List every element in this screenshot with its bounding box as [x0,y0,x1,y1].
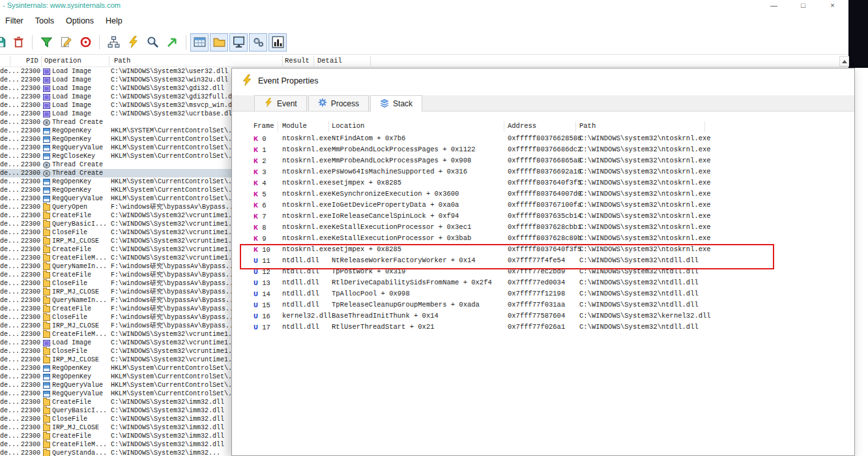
close-button[interactable]: × [818,0,847,12]
file-icon [43,408,50,414]
column-header-result[interactable]: Result [285,57,310,65]
registry-icon [43,391,50,397]
frame-cell: K 10 [253,245,270,254]
frame-number: 7 [258,213,267,220]
include-process-icon[interactable] [76,33,95,52]
event-list-header: PIDOperationPathResultDetail [0,55,848,67]
frame-mode-letter: U [253,301,258,309]
frame-mode-letter: K [253,145,258,154]
path-cell: C:\WINDOWS\System32\kernel32.dll [579,312,711,320]
stack-frame-row[interactable]: K 10ntoskrnl.exesetjmpex + 0x82850xfffff… [232,245,854,256]
load-image-icon [43,340,50,346]
highlight-icon[interactable] [56,33,76,52]
module-cell: ntoskrnl.exe [282,134,332,142]
stack-frame-row[interactable]: U 14ntdll.dllTpAllocPool + 0x9980x7fff77… [232,290,854,301]
frame-number: 16 [258,312,270,320]
stack-frame-row[interactable]: K 9ntoskrnl.exeKeStallExecutionProcessor… [232,234,854,245]
menu-item-tools[interactable]: Tools [29,16,60,25]
location-cell: KeSynchronizeExecution + 0x3600 [332,190,459,198]
address-cell: 0xfffff803764007d0 [508,190,581,198]
operation-label: Thread Create [52,169,103,177]
show-process-icon[interactable] [249,33,267,52]
stack-column-header-path[interactable]: Path [579,122,596,130]
file-icon [43,264,50,270]
frame-cell: U 12 [253,267,270,276]
pid-cell: 22300 [13,220,40,228]
menubar: FilterToolsOptionsHelp [0,12,848,30]
jump-icon[interactable] [162,33,182,52]
stack-frame-row[interactable]: K 5ntoskrnl.exeKeSynchronizeExecution + … [232,190,854,201]
stack-frame-row[interactable]: K 8ntoskrnl.exeKeStallExecutionProcessor… [232,223,854,234]
column-header-operation[interactable]: Operation [44,57,81,65]
stack-column-header-location[interactable]: Location [332,122,364,130]
tab-stack[interactable]: Stack [370,95,422,112]
tab-event[interactable]: Event [254,95,307,111]
pid-cell: 22300 [13,389,40,398]
operation-label: RegQueryValue [52,389,103,398]
stack-column-header-address[interactable]: Address [508,122,536,130]
save-icon[interactable] [0,33,8,52]
location-cell: RtlDeriveCapabilitySidsFromName + 0x2f4 [332,279,492,286]
stack-frame-row[interactable]: U 17ntdll.dllRtlUserThreadStart + 0x210x… [232,323,854,334]
show-profiling-icon[interactable] [268,33,287,52]
stack-frame-row[interactable]: U 16kernel32.dllBaseThreadInitThunk + 0x… [232,312,854,323]
menu-item-options[interactable]: Options [60,16,100,25]
file-icon [43,289,50,296]
process-tree-icon[interactable] [104,33,123,52]
operation-cell: Load Image [43,101,109,110]
stack-frame-row[interactable]: U 12ntdll.dllTpPostWork + 0x3190x7fff77e… [232,267,854,279]
operation-cell: Thread Create [43,169,109,177]
stack-frame-row[interactable]: K 1ntoskrnl.exeMmProbeAndLockProcessPage… [232,145,854,157]
address-cell: 0xfffff803766865a8 [508,157,581,164]
operation-label: Thread Create [52,118,103,127]
stack-column-header-frame[interactable]: Frame [253,122,274,130]
operation-cell: RegOpenKey [43,372,109,381]
frame-mode-letter: U [253,323,258,331]
window-title: - Sysinternals: www.sysinternals.com [3,1,121,9]
scrollbar-up-button[interactable] [839,56,849,67]
thread-icon [43,119,50,126]
show-network-icon[interactable] [229,33,248,52]
pid-cell: 22300 [13,347,40,356]
stack-frame-row[interactable]: U 13ntdll.dllRtlDeriveCapabilitySidsFrom… [232,279,854,290]
module-cell: ntoskrnl.exe [282,201,332,209]
menu-item-help[interactable]: Help [100,16,128,25]
stack-frame-row[interactable]: K 6ntoskrnl.exeIoGetDevicePropertyData +… [232,201,854,212]
show-filesystem-icon[interactable] [210,33,228,52]
address-cell: 0xfffff80376686dc2 [508,145,581,153]
operation-cell: CreateFile [43,211,109,220]
capture-icon[interactable] [123,33,143,52]
file-icon [43,255,50,262]
pid-cell: 22300 [13,322,40,330]
stack-frame-row[interactable]: U 15ntdll.dllTpReleaseCleanupGroupMember… [232,301,854,312]
find-icon[interactable] [143,33,162,52]
minimize-button[interactable]: — [759,0,788,12]
file-icon [43,450,50,456]
stack-frame-row[interactable]: K 4ntoskrnl.exesetjmpex + 0x82850xfffff8… [232,179,854,190]
column-header-detail[interactable]: Detail [317,57,342,65]
stack-frame-row[interactable]: K 2ntoskrnl.exeMmProbeAndLockProcessPage… [232,157,854,168]
path-cell: C:\WINDOWS\system32\ntoskrnl.exe [579,201,711,209]
tab-process[interactable]: Process [308,95,369,111]
stack-frame-row[interactable]: K 7ntoskrnl.exeIoReleaseCancelSpinLock +… [232,212,854,223]
show-registry-icon[interactable] [190,33,209,52]
pid-cell: 22300 [13,415,40,423]
path-cell: C:\WINDOWS\system32\ntoskrnl.exe [579,168,711,175]
column-header-path[interactable]: Path [114,57,130,65]
column-header-pid[interactable]: PID [26,57,38,65]
filter-icon[interactable] [36,33,56,52]
operation-cell: Load Image [43,76,109,84]
frame-cell: K 0 [253,134,267,143]
maximize-button[interactable]: □ [788,0,818,12]
operation-label: IRP_MJ_CLOSE [52,288,99,296]
stack-frame-row[interactable]: K 3ntoskrnl.exePsWow64IsMachineSupported… [232,168,854,179]
stack-column-header-module[interactable]: Module [282,122,307,130]
pid-cell: 22300 [13,262,40,271]
registry-icon [43,187,50,194]
menu-item-filter[interactable]: Filter [0,16,29,25]
stack-frame-row[interactable]: K 0ntoskrnl.exeNtFindAtom + 0x7b60xfffff… [232,134,854,145]
clear-icon[interactable] [8,33,28,52]
module-cell: ntoskrnl.exe [282,212,332,220]
stack-frame-row[interactable]: U 11ntdll.dllNtReleaseWorkerFactoryWorke… [232,256,854,267]
module-cell: ntoskrnl.exe [282,234,332,242]
